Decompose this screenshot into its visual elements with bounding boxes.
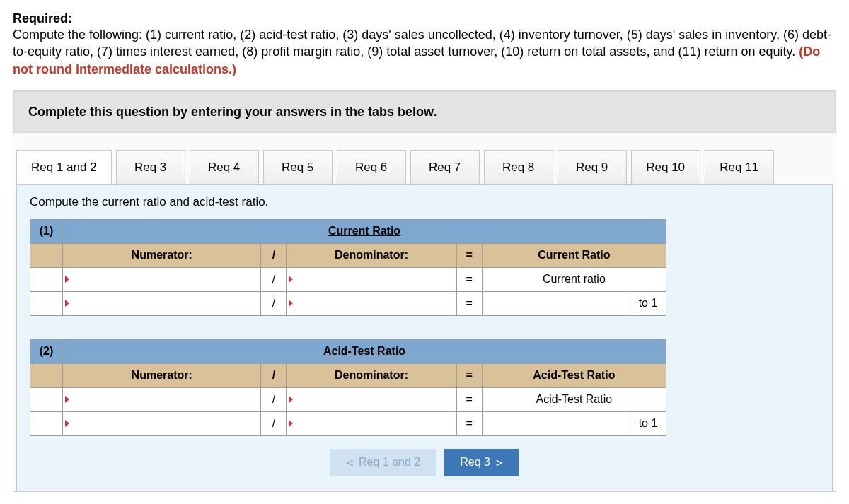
dropdown-icon xyxy=(65,300,69,307)
section-title: Current Ratio xyxy=(63,219,666,243)
instruction-bar: Complete this question by entering your … xyxy=(13,91,836,133)
result-value-input[interactable] xyxy=(483,412,630,435)
answer-table: (1) Current Ratio Numerator: / Denominat… xyxy=(30,219,666,436)
tab-req-5[interactable]: Req 5 xyxy=(263,150,333,184)
section-num: (1) xyxy=(30,219,63,243)
tab-label: Req 6 xyxy=(355,160,387,174)
blank-cell xyxy=(30,363,63,387)
dropdown-icon xyxy=(65,276,69,283)
divide-symbol: / xyxy=(261,363,287,387)
blank-cell xyxy=(30,411,63,435)
denominator-value-input[interactable] xyxy=(287,411,456,435)
tab-instruction: Compute the current ratio and acid-test … xyxy=(30,195,819,209)
denominator-value-input[interactable] xyxy=(287,291,456,315)
result-label: Current ratio xyxy=(482,267,666,291)
next-label: Req 3 xyxy=(460,456,490,469)
tab-req-1-and-2[interactable]: Req 1 and 2 xyxy=(16,150,112,184)
tab-label: Req 8 xyxy=(502,160,534,174)
equals-symbol: = xyxy=(456,363,482,387)
next-button[interactable]: Req 3 > xyxy=(444,449,518,476)
equals-symbol: = xyxy=(456,387,482,411)
tab-label: Req 10 xyxy=(646,160,685,174)
tab-req-10[interactable]: Req 10 xyxy=(631,150,700,184)
chevron-right-icon: > xyxy=(496,456,503,469)
tab-req-6[interactable]: Req 6 xyxy=(337,150,406,184)
required-section: Required: Compute the following: (1) cur… xyxy=(13,11,836,78)
blank-cell xyxy=(30,291,63,315)
tab-label: Req 1 and 2 xyxy=(31,160,97,174)
tab-label: Req 4 xyxy=(208,160,240,174)
equals-symbol: = xyxy=(456,411,482,435)
required-title: Required: xyxy=(13,11,72,25)
tab-label: Req 3 xyxy=(134,160,166,174)
tab-label: Req 5 xyxy=(282,160,313,174)
section-title: Acid-Test Ratio xyxy=(63,339,666,363)
denominator-select[interactable] xyxy=(287,387,456,411)
tab-req-3[interactable]: Req 3 xyxy=(116,150,185,184)
equals-symbol: = xyxy=(456,267,482,291)
required-body: Compute the following: (1) current ratio… xyxy=(13,26,836,78)
divide-symbol: / xyxy=(261,387,287,411)
blank-cell xyxy=(30,387,63,411)
dropdown-icon xyxy=(289,300,293,307)
divide-symbol: / xyxy=(261,243,287,267)
blank-cell xyxy=(30,267,63,291)
tab-req-8[interactable]: Req 8 xyxy=(484,150,553,184)
result-header: Acid-Test Ratio xyxy=(482,363,666,387)
tab-req-4[interactable]: Req 4 xyxy=(190,150,259,184)
numerator-header: Numerator: xyxy=(63,243,261,267)
prev-button[interactable]: < Req 1 and 2 xyxy=(330,449,436,476)
equals-symbol: = xyxy=(456,291,482,315)
result-cell: to 1 xyxy=(482,291,666,315)
divide-symbol: / xyxy=(261,291,287,315)
blank-cell xyxy=(30,243,63,267)
denominator-select[interactable] xyxy=(287,267,456,291)
section-num: (2) xyxy=(30,339,63,363)
tab-req-9[interactable]: Req 9 xyxy=(558,150,627,184)
equals-symbol: = xyxy=(456,243,482,267)
tab-req-11[interactable]: Req 11 xyxy=(705,150,774,184)
numerator-value-input[interactable] xyxy=(63,411,261,435)
numerator-select[interactable] xyxy=(63,387,261,411)
question-panel: Complete this question by entering your … xyxy=(13,90,836,492)
tabs-row: Req 1 and 2 Req 3 Req 4 Req 5 Req 6 Req … xyxy=(16,150,833,184)
required-body-text: Compute the following: (1) current ratio… xyxy=(13,28,831,59)
numerator-select[interactable] xyxy=(63,267,261,291)
result-label: Acid-Test Ratio xyxy=(482,387,666,411)
result-cell: to 1 xyxy=(482,411,666,435)
dropdown-icon xyxy=(289,396,293,403)
result-value-input[interactable] xyxy=(483,292,630,315)
numerator-header: Numerator: xyxy=(63,363,261,387)
chevron-left-icon: < xyxy=(346,456,353,469)
tab-body: Compute the current ratio and acid-test … xyxy=(16,184,833,491)
instruction-text: Complete this question by entering your … xyxy=(28,105,437,119)
to-1-label: to 1 xyxy=(630,292,666,315)
tab-req-7[interactable]: Req 7 xyxy=(410,150,480,184)
divide-symbol: / xyxy=(261,267,287,291)
prev-label: Req 1 and 2 xyxy=(359,456,420,469)
dropdown-icon xyxy=(289,420,293,427)
numerator-value-input[interactable] xyxy=(63,291,261,315)
tab-label: Req 9 xyxy=(576,160,608,174)
denominator-header: Denominator: xyxy=(287,363,456,387)
dropdown-icon xyxy=(65,396,69,403)
dropdown-icon xyxy=(289,276,293,283)
dropdown-icon xyxy=(65,420,69,427)
nav-buttons: < Req 1 and 2 Req 3 > xyxy=(30,449,819,476)
result-header: Current Ratio xyxy=(482,243,666,267)
tab-label: Req 7 xyxy=(429,160,461,174)
to-1-label: to 1 xyxy=(630,412,666,435)
tab-label: Req 11 xyxy=(720,160,758,174)
divide-symbol: / xyxy=(261,411,287,435)
denominator-header: Denominator: xyxy=(287,243,456,267)
